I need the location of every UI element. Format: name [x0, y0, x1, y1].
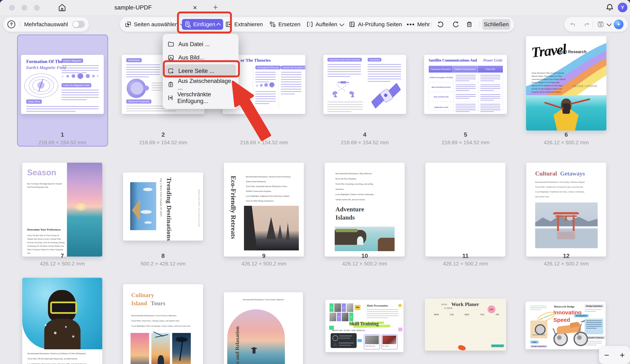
extract-label: Extrahieren: [234, 21, 263, 28]
p16-title: Skill Training: [349, 321, 379, 327]
help-button[interactable]: ?: [8, 20, 15, 28]
trash-icon: [466, 21, 473, 28]
p1-tag2: Loses Its Magnetic Field: [62, 83, 91, 87]
p16-idea-sticky: idea: [355, 305, 360, 310]
p17-wfh-chip: Work from home: [491, 344, 504, 347]
delete-page-button[interactable]: [466, 21, 473, 28]
page-label-4: 4218.69 × 154.52 mm: [323, 131, 406, 146]
close-button[interactable]: Schließen: [482, 19, 510, 30]
page-thumbnail-14[interactable]: Culinary Island Tours Recommended Destin…: [123, 284, 203, 364]
p10-title2: Islands: [336, 214, 355, 221]
p18-label6: Design Inspiration: [530, 345, 547, 348]
p18-label2: Visualization: [574, 314, 588, 317]
more-label: Mehr: [417, 21, 430, 28]
annotation-box-insert: [177, 12, 232, 34]
multiselect-label: Mehrfachauswahl: [24, 21, 68, 28]
page-thumbnail-10[interactable]: Recommended Destinations: Maui (Hawaii),…: [325, 163, 405, 256]
p5-title: Satellite Communications And: [428, 58, 477, 62]
p8-caption: Highlights On Bali, Maldives, Santorini,…: [198, 189, 200, 238]
page-thumbnail-18[interactable]: Motorcycle Design Innovating Speed Desig…: [526, 302, 606, 349]
p8-photo-rotated: [130, 182, 156, 230]
p7-title: Season: [27, 168, 56, 177]
zoom-in-button[interactable]: +: [620, 350, 625, 360]
p5-title-italic: Power Grids: [483, 58, 502, 62]
p15-title: Wellness and Relaxation: [234, 314, 240, 364]
page-thumbnail-13[interactable]: Recommended Destinations: Dominica (Cari…: [22, 278, 102, 364]
p10-title1: Adventure: [336, 206, 364, 213]
p1-saturn: [78, 73, 83, 79]
menu-item-interleaved-insert[interactable]: Verschränkte Einfügung...: [163, 91, 238, 104]
rotate-right-button[interactable]: [452, 21, 460, 28]
zoom-out-button[interactable]: −: [604, 350, 609, 360]
tab-close-icon[interactable]: ✕: [193, 4, 197, 11]
image-icon: [168, 54, 174, 61]
chevron-down-icon: [606, 22, 612, 26]
page-thumbnail-9[interactable]: Eco-Friendly Retreats Recommended Destin…: [224, 163, 304, 256]
p8-subtitle: Top 5 Must-Visit Islands Of 2025: [160, 178, 162, 234]
window-minimize-dot[interactable]: [22, 5, 27, 10]
ai-check-icon: [349, 21, 356, 28]
page-thumbnail-4[interactable]: Implications And Future Research Conclus…: [323, 55, 406, 114]
select-pages-button[interactable]: Seiten auswählen: [124, 21, 184, 28]
p2-tag2: Historical Perspective: [126, 100, 151, 104]
notifications-bell-icon[interactable]: [606, 3, 614, 12]
save-button[interactable]: [597, 21, 604, 28]
page-thumbnail-6[interactable]: Trend Research Travel Ocean Adventures O…: [526, 36, 606, 130]
page-label-1: 1218.69 × 154.52 mm: [21, 131, 104, 146]
p14-photo-strip: [151, 333, 170, 364]
p12-title2: Getaways: [560, 170, 585, 177]
new-tab-icon[interactable]: +: [213, 2, 218, 12]
multiselect-toggle[interactable]: [72, 21, 85, 28]
page-thumbnail-16[interactable]: 01 02 03 04 idea Math Presentation Skill…: [326, 300, 404, 352]
replace-button[interactable]: Ersetzen: [269, 21, 300, 28]
p5-table: Comparison Dimensions Satellite Communic…: [428, 66, 503, 110]
page-label-10: 10426.12 × 500.2 mm: [325, 252, 405, 267]
p16-polaroid-2: Recording: [381, 334, 398, 350]
tab-title[interactable]: sample-UPDF: [114, 4, 152, 11]
p18-apply-chip: Apply: [530, 340, 538, 344]
folder-icon: [168, 41, 174, 48]
page-thumbnail-17[interactable]: (O|CO) UU HOUK · Work Planer party MON T…: [425, 298, 506, 350]
redo-icon: [583, 21, 590, 28]
page-thumbnail-11[interactable]: [426, 163, 506, 256]
p16-emoji: [398, 304, 402, 307]
page-thumbnail-12[interactable]: Cultural Getaways Recommended Destinatio…: [526, 163, 606, 256]
ai-assistant-icon: ✦: [614, 20, 624, 29]
p12-title1: Cultural: [535, 170, 557, 177]
p16-tiles-row1: 01 02: [330, 304, 353, 312]
ai-assistant-button[interactable]: ✦: [614, 20, 624, 29]
clipboard-icon: [168, 81, 174, 88]
menu-item-from-clipboard[interactable]: Aus Zwischenablage ...: [163, 78, 238, 91]
page-thumbnail-5[interactable]: Satellite Communications And Power Grids…: [424, 55, 507, 114]
window-close-dot[interactable]: [9, 5, 15, 10]
redo-button[interactable]: [583, 21, 590, 28]
undo-button[interactable]: [570, 21, 577, 28]
p16-chalkboard: [330, 333, 357, 348]
p18-kicker: Motorcycle Design: [554, 305, 574, 308]
p14-title3: Tours: [150, 300, 165, 307]
page-label-7: 7426.12 × 500.2 mm: [22, 252, 102, 267]
p6-kayak-photo: [526, 95, 606, 130]
replace-icon: [269, 21, 276, 28]
save-options-button[interactable]: [607, 23, 610, 26]
more-button[interactable]: ••• Mehr: [407, 21, 430, 28]
page-thumbnail-7[interactable]: Season How To Choose The Right Island Fo…: [22, 163, 102, 256]
page-thumbnail-1[interactable]: Formation Of The Earth’s Magnetic Field …: [21, 55, 104, 114]
avatar[interactable]: Y: [618, 2, 628, 12]
save-icon: [597, 21, 604, 28]
home-icon[interactable]: [58, 3, 66, 12]
annotation-box-blank-page: [163, 60, 240, 77]
window-zoom-dot[interactable]: [34, 5, 40, 10]
menu-item-from-file[interactable]: Aus Datei ...: [163, 38, 238, 51]
p1-tag3: Solar Wind: [26, 100, 42, 104]
ai-check-pages-button[interactable]: AI-Prüfung Seiten: [349, 21, 402, 28]
p4-tag2: Conclusion: [368, 58, 382, 62]
page-thumbnail-15[interactable]: Recommended Destinations: Crete (Greece)…: [224, 292, 303, 364]
split-label: Aufteilen: [316, 21, 337, 28]
rotate-left-icon: [437, 21, 444, 28]
p4-tag1: Implications And Future Research: [328, 58, 362, 62]
page-thumbnail-8[interactable]: Trending Destinations Top 5 Must-Visit I…: [123, 172, 203, 240]
p16-note: UNDERSTAND RATHER THAN MEMORIZE: [326, 330, 404, 332]
split-button[interactable]: Aufteilen: [306, 21, 343, 28]
rotate-left-button[interactable]: [437, 21, 444, 28]
